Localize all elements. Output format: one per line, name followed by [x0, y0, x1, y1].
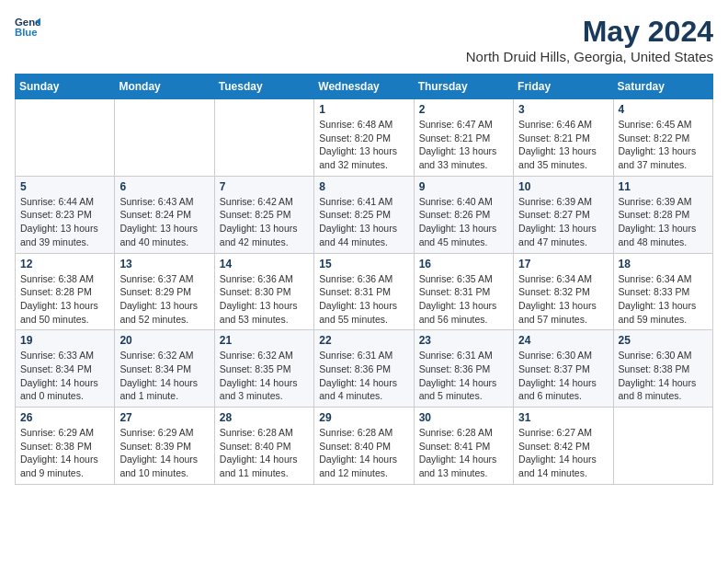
day-cell: 24Sunrise: 6:30 AM Sunset: 8:37 PM Dayli… — [514, 330, 613, 408]
day-cell: 7Sunrise: 6:42 AM Sunset: 8:25 PM Daylig… — [214, 176, 313, 253]
day-cell — [613, 408, 712, 485]
day-cell: 20Sunrise: 6:32 AM Sunset: 8:34 PM Dayli… — [115, 330, 214, 408]
day-number: 29 — [319, 411, 408, 424]
day-info: Sunrise: 6:44 AM Sunset: 8:23 PM Dayligh… — [20, 195, 109, 249]
day-number: 24 — [518, 334, 608, 347]
day-cell — [115, 99, 214, 177]
day-info: Sunrise: 6:36 AM Sunset: 8:30 PM Dayligh… — [220, 272, 309, 327]
day-number: 18 — [619, 258, 708, 270]
day-cell — [16, 99, 115, 177]
day-number: 6 — [119, 180, 209, 193]
day-info: Sunrise: 6:39 AM Sunset: 8:27 PM Dayligh… — [518, 195, 608, 249]
day-cell: 28Sunrise: 6:28 AM Sunset: 8:40 PM Dayli… — [214, 408, 313, 485]
day-cell: 3Sunrise: 6:46 AM Sunset: 8:21 PM Daylig… — [514, 99, 613, 177]
day-info: Sunrise: 6:45 AM Sunset: 8:22 PM Dayligh… — [619, 118, 708, 172]
day-info: Sunrise: 6:36 AM Sunset: 8:31 PM Dayligh… — [319, 272, 408, 327]
day-info: Sunrise: 6:30 AM Sunset: 8:37 PM Dayligh… — [518, 349, 608, 403]
day-cell: 21Sunrise: 6:32 AM Sunset: 8:35 PM Dayli… — [214, 330, 313, 408]
main-title: May 2024 — [466, 15, 713, 49]
day-info: Sunrise: 6:29 AM Sunset: 8:38 PM Dayligh… — [20, 426, 109, 480]
day-cell: 26Sunrise: 6:29 AM Sunset: 8:38 PM Dayli… — [16, 408, 115, 485]
day-cell: 29Sunrise: 6:28 AM Sunset: 8:40 PM Dayli… — [314, 408, 414, 485]
day-number: 28 — [220, 411, 309, 424]
day-number: 26 — [20, 411, 109, 424]
day-info: Sunrise: 6:48 AM Sunset: 8:20 PM Dayligh… — [319, 118, 408, 172]
day-info: Sunrise: 6:33 AM Sunset: 8:34 PM Dayligh… — [20, 349, 109, 403]
day-number: 5 — [20, 180, 109, 193]
day-number: 1 — [319, 103, 408, 116]
day-number: 17 — [518, 258, 608, 270]
col-header-thursday: Thursday — [414, 75, 513, 99]
day-cell: 5Sunrise: 6:44 AM Sunset: 8:23 PM Daylig… — [16, 176, 115, 253]
day-number: 23 — [419, 334, 508, 347]
day-info: Sunrise: 6:31 AM Sunset: 8:36 PM Dayligh… — [319, 349, 408, 403]
week-row-1: 1Sunrise: 6:48 AM Sunset: 8:20 PM Daylig… — [16, 99, 713, 177]
subtitle: North Druid Hills, Georgia, United State… — [466, 49, 713, 64]
day-cell: 16Sunrise: 6:35 AM Sunset: 8:31 PM Dayli… — [414, 253, 513, 330]
day-cell: 2Sunrise: 6:47 AM Sunset: 8:21 PM Daylig… — [414, 99, 513, 177]
day-info: Sunrise: 6:28 AM Sunset: 8:40 PM Dayligh… — [319, 426, 408, 480]
day-info: Sunrise: 6:40 AM Sunset: 8:26 PM Dayligh… — [419, 195, 508, 249]
day-number: 8 — [319, 180, 408, 193]
day-cell: 30Sunrise: 6:28 AM Sunset: 8:41 PM Dayli… — [414, 408, 513, 485]
day-number: 30 — [419, 411, 508, 424]
day-number: 7 — [220, 180, 309, 193]
day-info: Sunrise: 6:34 AM Sunset: 8:33 PM Dayligh… — [619, 272, 708, 327]
day-info: Sunrise: 6:39 AM Sunset: 8:28 PM Dayligh… — [619, 195, 708, 249]
logo: General Blue — [15, 15, 40, 40]
day-cell: 17Sunrise: 6:34 AM Sunset: 8:32 PM Dayli… — [514, 253, 613, 330]
day-number: 12 — [20, 258, 109, 270]
day-info: Sunrise: 6:35 AM Sunset: 8:31 PM Dayligh… — [419, 272, 508, 327]
day-number: 20 — [119, 334, 209, 347]
day-cell: 9Sunrise: 6:40 AM Sunset: 8:26 PM Daylig… — [414, 176, 513, 253]
day-number: 15 — [319, 258, 408, 270]
day-info: Sunrise: 6:30 AM Sunset: 8:38 PM Dayligh… — [619, 349, 708, 403]
svg-text:Blue: Blue — [15, 27, 38, 38]
day-number: 2 — [419, 103, 508, 116]
day-info: Sunrise: 6:27 AM Sunset: 8:42 PM Dayligh… — [518, 426, 608, 480]
calendar-header-row: SundayMondayTuesdayWednesdayThursdayFrid… — [16, 75, 713, 99]
day-number: 25 — [619, 334, 708, 347]
header: General Blue May 2024 North Druid Hills,… — [15, 15, 713, 64]
day-cell: 22Sunrise: 6:31 AM Sunset: 8:36 PM Dayli… — [314, 330, 414, 408]
col-header-wednesday: Wednesday — [314, 75, 414, 99]
week-row-3: 12Sunrise: 6:38 AM Sunset: 8:28 PM Dayli… — [16, 253, 713, 330]
day-info: Sunrise: 6:28 AM Sunset: 8:41 PM Dayligh… — [419, 426, 508, 480]
day-cell: 4Sunrise: 6:45 AM Sunset: 8:22 PM Daylig… — [613, 99, 712, 177]
day-number: 22 — [319, 334, 408, 347]
week-row-2: 5Sunrise: 6:44 AM Sunset: 8:23 PM Daylig… — [16, 176, 713, 253]
day-cell: 25Sunrise: 6:30 AM Sunset: 8:38 PM Dayli… — [613, 330, 712, 408]
week-row-5: 26Sunrise: 6:29 AM Sunset: 8:38 PM Dayli… — [16, 408, 713, 485]
calendar: SundayMondayTuesdayWednesdayThursdayFrid… — [15, 74, 713, 485]
day-number: 4 — [619, 103, 708, 116]
day-number: 3 — [518, 103, 608, 116]
title-block: May 2024 North Druid Hills, Georgia, Uni… — [466, 15, 713, 64]
day-info: Sunrise: 6:29 AM Sunset: 8:39 PM Dayligh… — [119, 426, 209, 480]
day-cell: 27Sunrise: 6:29 AM Sunset: 8:39 PM Dayli… — [115, 408, 214, 485]
col-header-tuesday: Tuesday — [214, 75, 313, 99]
day-cell: 12Sunrise: 6:38 AM Sunset: 8:28 PM Dayli… — [16, 253, 115, 330]
day-number: 19 — [20, 334, 109, 347]
day-cell — [214, 99, 313, 177]
day-info: Sunrise: 6:41 AM Sunset: 8:25 PM Dayligh… — [319, 195, 408, 249]
day-number: 11 — [619, 180, 708, 193]
day-number: 13 — [119, 258, 209, 270]
day-cell: 1Sunrise: 6:48 AM Sunset: 8:20 PM Daylig… — [314, 99, 414, 177]
day-cell: 23Sunrise: 6:31 AM Sunset: 8:36 PM Dayli… — [414, 330, 513, 408]
day-number: 10 — [518, 180, 608, 193]
day-cell: 11Sunrise: 6:39 AM Sunset: 8:28 PM Dayli… — [613, 176, 712, 253]
day-info: Sunrise: 6:43 AM Sunset: 8:24 PM Dayligh… — [119, 195, 209, 249]
day-cell: 8Sunrise: 6:41 AM Sunset: 8:25 PM Daylig… — [314, 176, 414, 253]
day-cell: 18Sunrise: 6:34 AM Sunset: 8:33 PM Dayli… — [613, 253, 712, 330]
day-info: Sunrise: 6:46 AM Sunset: 8:21 PM Dayligh… — [518, 118, 608, 172]
day-info: Sunrise: 6:37 AM Sunset: 8:29 PM Dayligh… — [119, 272, 209, 327]
day-number: 14 — [220, 258, 309, 270]
week-row-4: 19Sunrise: 6:33 AM Sunset: 8:34 PM Dayli… — [16, 330, 713, 408]
day-info: Sunrise: 6:42 AM Sunset: 8:25 PM Dayligh… — [220, 195, 309, 249]
day-number: 27 — [119, 411, 209, 424]
day-info: Sunrise: 6:32 AM Sunset: 8:34 PM Dayligh… — [119, 349, 209, 403]
logo-icon: General Blue — [15, 15, 40, 40]
day-cell: 19Sunrise: 6:33 AM Sunset: 8:34 PM Dayli… — [16, 330, 115, 408]
day-info: Sunrise: 6:47 AM Sunset: 8:21 PM Dayligh… — [419, 118, 508, 172]
day-info: Sunrise: 6:32 AM Sunset: 8:35 PM Dayligh… — [220, 349, 309, 403]
